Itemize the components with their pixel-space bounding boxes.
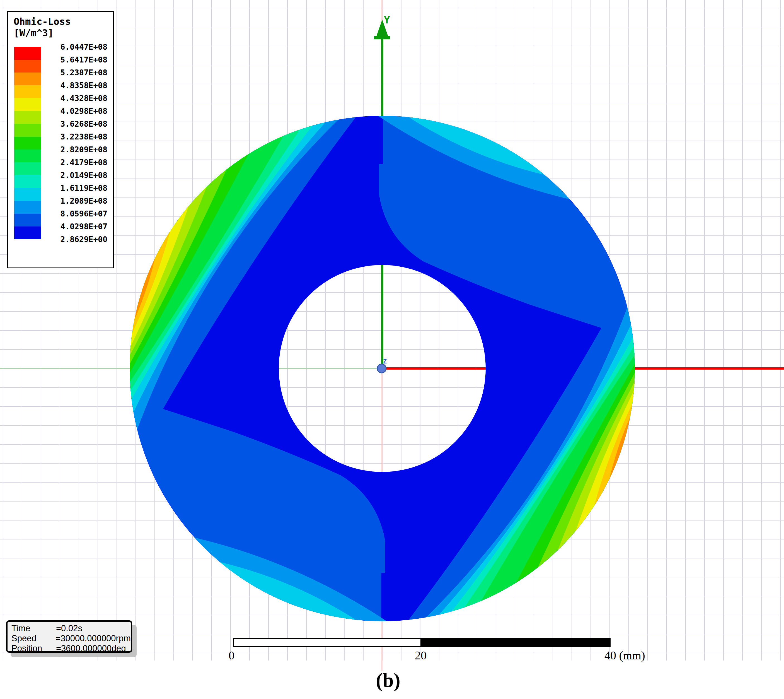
field-plot: Y Z bbox=[0, 0, 784, 699]
status-label-position: Position bbox=[12, 643, 56, 654]
status-row-time: Time =0.02s bbox=[12, 623, 131, 633]
legend-value: 4.4328E+08 bbox=[41, 94, 108, 103]
status-value-time: =0.02s bbox=[56, 623, 82, 633]
legend-value: 3.2238E+08 bbox=[41, 132, 108, 141]
legend-value: 2.4179E+08 bbox=[41, 158, 108, 167]
legend-band bbox=[14, 137, 41, 149]
legend-value: 2.8209E+08 bbox=[41, 145, 108, 154]
scale-bar-black-segment bbox=[422, 638, 610, 647]
scale-tick-20: 20 bbox=[415, 649, 427, 662]
scale-bar-white-segment bbox=[233, 638, 422, 647]
legend-title: Ohmic-Loss[W/m^3] bbox=[14, 16, 71, 39]
legend-box[interactable]: Ohmic-Loss[W/m^3] 6.0447E+085.6417E+085.… bbox=[7, 11, 114, 268]
legend-band bbox=[14, 111, 41, 124]
legend-band bbox=[14, 175, 41, 188]
figure-caption: (b) bbox=[360, 669, 416, 692]
legend-value: 1.2089E+08 bbox=[41, 196, 108, 205]
legend-band bbox=[14, 73, 41, 85]
legend-band bbox=[14, 124, 41, 137]
status-row-speed: Speed =30000.000000rpm bbox=[12, 633, 131, 643]
status-value-speed: =30000.000000rpm bbox=[56, 633, 131, 643]
scale-tick-0: 0 bbox=[228, 649, 235, 662]
scale-tick-40: 40 (mm) bbox=[604, 649, 645, 662]
legend-band bbox=[14, 201, 41, 214]
status-row-position: Position =3600.000000deg bbox=[12, 643, 131, 654]
legend-value: 4.0298E+08 bbox=[41, 106, 108, 116]
viewport: Y Z Ohmic-Loss[W/m^3] 6.0447E+085.6417E+… bbox=[0, 0, 784, 699]
legend-unit: [W/m^3] bbox=[14, 27, 53, 38]
status-value-position: =3600.000000deg bbox=[56, 643, 126, 654]
legend-value: 5.6417E+08 bbox=[41, 55, 108, 65]
origin-sphere-icon bbox=[377, 364, 386, 373]
legend-value: 6.0447E+08 bbox=[41, 42, 108, 51]
legend-band bbox=[14, 214, 41, 227]
status-label-speed: Speed bbox=[12, 633, 56, 643]
y-axis-label: Y bbox=[384, 14, 390, 26]
legend-value: 5.2387E+08 bbox=[41, 68, 108, 77]
legend-band bbox=[14, 47, 41, 60]
legend-value: 1.6119E+08 bbox=[41, 184, 108, 193]
legend-value: 8.0596E+07 bbox=[41, 209, 108, 219]
legend-value: 2.8629E+00 bbox=[41, 235, 108, 244]
legend-band bbox=[14, 60, 41, 73]
legend-value: 2.0149E+08 bbox=[41, 171, 108, 180]
legend-value: 3.6268E+08 bbox=[41, 119, 108, 129]
status-label-time: Time bbox=[12, 623, 56, 633]
status-box[interactable]: Time =0.02s Speed =30000.000000rpm Posit… bbox=[6, 620, 132, 653]
legend-band bbox=[14, 188, 41, 201]
legend-band bbox=[14, 162, 41, 175]
legend-band bbox=[14, 149, 41, 162]
legend-value: 4.0298E+07 bbox=[41, 222, 108, 231]
legend-value: 4.8358E+08 bbox=[41, 81, 108, 90]
legend-band bbox=[14, 227, 41, 239]
legend-band bbox=[14, 98, 41, 111]
legend-band bbox=[14, 85, 41, 98]
legend-quantity: Ohmic-Loss bbox=[14, 16, 71, 27]
z-axis-label: Z bbox=[383, 358, 387, 365]
